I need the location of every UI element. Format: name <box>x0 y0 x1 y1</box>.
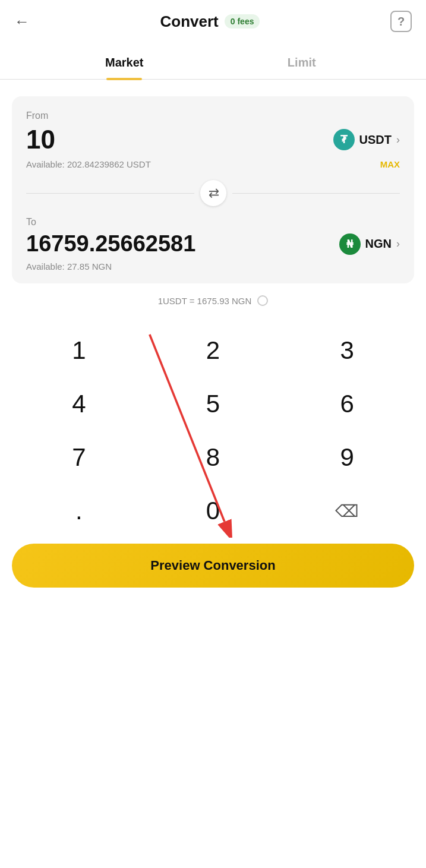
from-currency-chevron: › <box>396 134 400 146</box>
key-backspace[interactable]: ⌫ <box>280 484 414 538</box>
rate-row: 1USDT = 1675.93 NGN <box>0 295 426 306</box>
from-currency-selector[interactable]: ₮ USDT › <box>333 129 400 150</box>
swap-icon: ⇅ <box>206 188 221 198</box>
from-available-text: Available: 202.84239862 USDT <box>26 159 151 169</box>
key-6[interactable]: 6 <box>280 377 414 431</box>
swap-button[interactable]: ⇅ <box>200 180 226 206</box>
from-available-row: Available: 202.84239862 USDT MAX <box>26 159 400 169</box>
to-currency-selector[interactable]: ₦ NGN › <box>339 233 400 255</box>
swap-divider: ⇅ <box>26 180 400 206</box>
rate-text: 1USDT = 1675.93 NGN <box>158 296 252 306</box>
tabs-container: Market Limit <box>0 48 426 80</box>
from-amount: 10 <box>26 125 55 154</box>
help-button[interactable]: ? <box>390 11 412 32</box>
to-available-row: Available: 27.85 NGN <box>26 261 400 272</box>
key-8[interactable]: 8 <box>146 431 280 484</box>
key-3[interactable]: 3 <box>280 324 414 377</box>
key-dot[interactable]: . <box>12 484 146 538</box>
numpad-area: 1 2 3 4 5 6 7 8 9 . 0 ⌫ <box>0 324 426 538</box>
numpad-grid: 1 2 3 4 5 6 7 8 9 . 0 ⌫ <box>12 324 414 538</box>
conversion-card: From 10 ₮ USDT › Available: 202.84239862… <box>12 96 414 283</box>
to-currency-name: NGN <box>365 237 392 251</box>
fees-badge: 0 fees <box>225 14 260 29</box>
to-field: To 16759.25662581 ₦ NGN › Available: 27.… <box>26 217 400 272</box>
back-button[interactable]: ← <box>14 12 30 31</box>
divider-left <box>26 193 194 194</box>
ngn-icon: ₦ <box>339 233 361 255</box>
key-0[interactable]: 0 <box>146 484 280 538</box>
to-label: To <box>26 217 400 228</box>
key-4[interactable]: 4 <box>12 377 146 431</box>
key-9[interactable]: 9 <box>280 431 414 484</box>
from-field: From 10 ₮ USDT › Available: 202.84239862… <box>26 111 400 169</box>
key-5[interactable]: 5 <box>146 377 280 431</box>
header: ← Convert 0 fees ? <box>0 0 426 43</box>
key-7[interactable]: 7 <box>12 431 146 484</box>
max-button[interactable]: MAX <box>380 159 400 169</box>
key-2[interactable]: 2 <box>146 324 280 377</box>
rate-refresh-icon[interactable] <box>257 295 268 306</box>
to-row: 16759.25662581 ₦ NGN › <box>26 231 400 257</box>
tab-market[interactable]: Market <box>36 48 213 79</box>
tab-limit[interactable]: Limit <box>213 48 391 79</box>
preview-conversion-button[interactable]: Preview Conversion <box>12 544 414 588</box>
to-amount: 16759.25662581 <box>26 231 195 257</box>
header-title-area: Convert 0 fees <box>160 12 260 31</box>
divider-right <box>232 193 400 194</box>
from-currency-name: USDT <box>359 133 392 147</box>
from-row: 10 ₮ USDT › <box>26 125 400 154</box>
page-title: Convert <box>160 12 219 31</box>
to-available-text: Available: 27.85 NGN <box>26 261 112 272</box>
usdt-icon: ₮ <box>333 129 355 150</box>
key-1[interactable]: 1 <box>12 324 146 377</box>
from-label: From <box>26 111 400 121</box>
to-currency-chevron: › <box>396 238 400 250</box>
